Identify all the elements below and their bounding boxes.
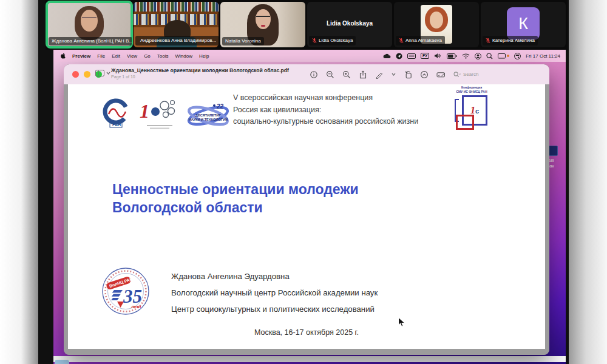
slide-title-line2: Вологодской области xyxy=(112,198,359,217)
screenshot-root: Жданова Ангелина (ВолНЦ РАН В... Андреен… xyxy=(0,0,607,364)
participant-tile-voronina[interactable]: Natalia Voronina xyxy=(220,2,305,47)
muted-mic-icon xyxy=(312,38,317,44)
participant-tile-amelina[interactable]: К Катерина Амелина xyxy=(481,2,566,47)
pdf-viewer-area[interactable]: РАН 1 xyxy=(64,84,549,355)
close-button[interactable] xyxy=(72,71,79,78)
participant-tile-zhdanova[interactable]: Жданова Ангелина (ВолНЦ РАН В... xyxy=(47,2,132,47)
search-icon xyxy=(453,71,461,78)
markup-dropdown-chevron[interactable] xyxy=(392,73,396,76)
background-window-right xyxy=(569,0,607,364)
participant-name-badge: Anna Almakaeva xyxy=(396,36,445,46)
menu-view[interactable]: View xyxy=(127,53,137,59)
menubar-app-name[interactable]: Preview xyxy=(72,53,90,59)
macos-menubar: Preview File Edit View Go Tools Window H… xyxy=(53,50,566,62)
svg-text:1: 1 xyxy=(140,100,149,122)
search-placeholder: Search xyxy=(463,72,478,77)
page-indicator: Page 1 of 10 xyxy=(111,75,289,79)
mouse-cursor xyxy=(398,317,405,328)
zoom-out-button[interactable] xyxy=(326,70,334,79)
preview-window: Жданова_Ценностные ориентации молодежи В… xyxy=(64,64,549,355)
info-button[interactable] xyxy=(310,70,318,79)
battery-icon[interactable] xyxy=(447,53,457,59)
participant-name: Natalia Voronina xyxy=(225,39,261,44)
fnisc-ran-logo: РАН xyxy=(100,96,134,131)
svg-text:РАН: РАН xyxy=(112,123,121,127)
slide-title: Ценностные ориентации молодежи Вологодск… xyxy=(112,180,359,217)
menu-tools[interactable]: Tools xyxy=(157,53,169,59)
author-block: Жданова Ангелина Эдуардовна Вологодский … xyxy=(171,268,378,317)
avatar-face xyxy=(430,12,443,29)
corner-caption: СМУ ИС ФНИСЦ РАН xyxy=(446,90,497,94)
participant-tile-andreenkova[interactable]: Андреенкова Анна Владимиров... xyxy=(134,2,219,47)
corner-logo-squares: 1с xyxy=(455,95,489,130)
shared-screen: Preview File Edit View Go Tools Window H… xyxy=(53,50,566,364)
onec-digit: 1 xyxy=(470,105,475,115)
smu-1c-gears-logo: 1 xyxy=(140,95,180,131)
glasses-detail xyxy=(256,16,270,21)
menubar-clock[interactable]: Fri 17 Oct 11:24 xyxy=(526,53,560,59)
control-center-icon[interactable] xyxy=(514,53,521,59)
menu-go[interactable]: Go xyxy=(144,53,151,59)
menu-file[interactable]: File xyxy=(97,53,105,59)
chevron-down-icon xyxy=(106,72,110,75)
input-language-badge[interactable]: РУ xyxy=(421,53,429,59)
decade-science-logo: 22 ДЕСЯТИЛЕТИЕ НАУКИ И ТЕХНОЛОГИЙ xyxy=(186,101,231,131)
sidebar-toggle[interactable] xyxy=(95,70,110,76)
rotate-button[interactable] xyxy=(404,70,412,79)
participant-name: Жданова Ангелина (ВолНЦ РАН В... xyxy=(52,39,132,44)
participant-name-badge: Natalia Voronina xyxy=(222,37,264,46)
onec-letter: с xyxy=(475,107,479,115)
menu-help[interactable]: Help xyxy=(199,53,209,59)
participant-name: Anna Almakaeva xyxy=(405,38,442,43)
menu-edit[interactable]: Edit xyxy=(112,53,120,59)
onedrive-cloud-icon[interactable] xyxy=(383,53,391,59)
zoom-in-button[interactable] xyxy=(342,70,351,79)
participants-strip: Жданова Ангелина (ВолНЦ РАН В... Андреен… xyxy=(46,0,568,50)
volnc-ran-35-logo: ВолНЦ РАН 35 лет xyxy=(101,266,151,316)
svg-text:лет: лет xyxy=(131,304,141,309)
participant-tile-almakaeva[interactable]: Anna Almakaeva xyxy=(394,2,479,47)
account-icon[interactable] xyxy=(475,53,481,59)
participant-tile-okolskaya[interactable]: Lidia Okolskaya Lidia Okolskaya xyxy=(307,2,392,47)
participant-name-badge: Катерина Амелина xyxy=(483,36,538,46)
display-icon[interactable] xyxy=(498,53,506,59)
participant-center-name: Lidia Okolskaya xyxy=(307,20,392,27)
keyboard-icon[interactable] xyxy=(407,53,416,59)
conference-line: Россия как цивилизация: xyxy=(233,104,418,116)
conference-corner-logo: Конференция СМУ ИС ФНИСЦ РАН 1с xyxy=(446,86,497,130)
background-window-left xyxy=(0,0,38,364)
wifi-icon[interactable] xyxy=(462,53,470,59)
document-title: Жданова_Ценностные ориентации молодежи В… xyxy=(111,67,289,73)
background-window-strip xyxy=(53,356,566,362)
svg-text:ДЕСЯТИЛЕТИЕ: ДЕСЯТИЛЕТИЕ xyxy=(195,113,221,117)
menu-window[interactable]: Window xyxy=(175,53,192,59)
search-field[interactable]: Search xyxy=(453,71,478,78)
spotlight-search-icon[interactable] xyxy=(486,53,493,59)
display-status-dot xyxy=(507,55,509,57)
document-title-block: Жданова_Ценностные ориентации молодежи В… xyxy=(111,67,289,79)
muted-mic-icon xyxy=(486,38,490,44)
dock-peek-tab[interactable] xyxy=(55,360,69,364)
markup-button[interactable] xyxy=(375,70,384,79)
volume-icon[interactable] xyxy=(434,53,442,59)
apple-menu-icon[interactable] xyxy=(60,53,66,59)
author-affiliation: Вологодский научный центр Российской ака… xyxy=(171,285,378,301)
minimize-button[interactable] xyxy=(84,71,90,78)
conference-line: социально-культурные основания российско… xyxy=(233,116,418,128)
annotate-circle-button[interactable] xyxy=(420,70,429,79)
svg-text:НАУКИ И ТЕХНОЛОГИЙ: НАУКИ И ТЕХНОЛОГИЙ xyxy=(189,117,228,121)
conference-line: V всероссийская научная конференция xyxy=(233,92,418,104)
participant-name: Lidia Okolskaya xyxy=(319,38,353,43)
share-button[interactable] xyxy=(359,70,367,79)
lips-detail xyxy=(261,25,265,27)
corner-logo-red-square xyxy=(456,115,474,130)
muted-mic-icon xyxy=(399,38,404,44)
participant-name-badge: Жданова Ангелина (ВолНЦ РАН В... xyxy=(49,37,132,46)
conference-header: V всероссийская научная конференция Росс… xyxy=(233,92,418,128)
participant-name: Катерина Амелина xyxy=(492,38,535,43)
slide-title-line1: Ценностные ориентации молодежи xyxy=(112,180,359,198)
messenger-circle-icon[interactable] xyxy=(396,53,402,59)
slide-logo-row: РАН 1 xyxy=(98,93,238,133)
form-fill-button[interactable] xyxy=(436,70,446,79)
preview-toolbar: Search xyxy=(310,64,478,84)
